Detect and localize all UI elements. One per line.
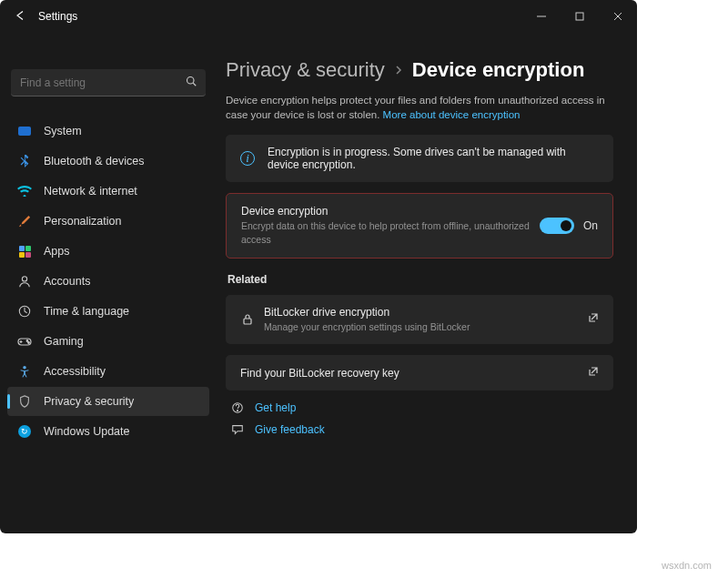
toggle-knob — [561, 220, 571, 231]
clock-globe-icon — [16, 303, 33, 319]
sidebar-item-bluetooth[interactable]: Bluetooth & devices — [7, 147, 209, 176]
learn-more-link[interactable]: More about device encryption — [383, 109, 521, 120]
sidebar-item-label: Network & internet — [44, 185, 137, 198]
breadcrumb-parent[interactable]: Privacy & security — [226, 58, 385, 82]
svg-point-14 — [237, 411, 238, 411]
main-panel: Privacy & security Device encryption Dev… — [217, 33, 637, 533]
card-subtitle: Encrypt data on this device to help prot… — [241, 219, 540, 246]
windows-update-icon: ↻ — [16, 423, 33, 440]
gamepad-icon — [16, 333, 33, 350]
open-external-icon — [588, 366, 599, 380]
maximize-button[interactable] — [561, 0, 599, 33]
svg-point-6 — [22, 277, 26, 281]
search-input[interactable] — [20, 76, 186, 89]
sidebar-item-privacy[interactable]: Privacy & security — [7, 387, 209, 416]
page-description: Device encryption helps protect your fil… — [226, 93, 613, 122]
sidebar-item-apps[interactable]: Apps — [7, 237, 209, 266]
svg-point-9 — [26, 340, 28, 342]
card-title: BitLocker drive encryption — [264, 306, 588, 319]
wifi-icon — [16, 183, 33, 199]
card-subtitle: Manage your encryption settings using Bi… — [264, 320, 588, 334]
accessibility-icon — [16, 363, 33, 380]
sidebar-item-label: Apps — [44, 245, 70, 258]
help-icon — [229, 401, 246, 414]
person-icon — [16, 273, 33, 289]
monitor-icon — [16, 123, 33, 139]
apps-icon — [16, 243, 33, 259]
breadcrumb-current: Device encryption — [412, 58, 585, 82]
sidebar-item-time[interactable]: Time & language — [7, 297, 209, 326]
sidebar-item-label: System — [44, 125, 82, 137]
sidebar: System Bluetooth & devices Network & int… — [0, 33, 217, 533]
encryption-toggle[interactable] — [540, 218, 574, 234]
toggle-state-label: On — [583, 219, 598, 232]
minimize-button[interactable] — [522, 0, 561, 33]
paintbrush-icon — [16, 213, 33, 229]
window-title: Settings — [38, 10, 77, 23]
svg-point-4 — [187, 77, 195, 85]
breadcrumb: Privacy & security Device encryption — [226, 58, 613, 82]
info-text: Encryption is in progress. Some drives c… — [268, 146, 599, 171]
encryption-progress-banner: i Encryption is in progress. Some drives… — [226, 135, 613, 182]
give-feedback-link[interactable]: Give feedback — [229, 423, 613, 436]
sidebar-item-accessibility[interactable]: Accessibility — [7, 357, 209, 386]
nav-list: System Bluetooth & devices Network & int… — [7, 117, 209, 446]
svg-point-10 — [28, 342, 30, 344]
related-heading: Related — [228, 273, 613, 286]
shield-icon — [16, 393, 33, 410]
close-button[interactable] — [599, 0, 637, 33]
watermark: wsxdn.com — [662, 560, 712, 571]
feedback-icon — [229, 423, 246, 436]
get-help-link[interactable]: Get help — [229, 401, 613, 414]
sidebar-item-label: Bluetooth & devices — [44, 155, 145, 167]
window-controls — [522, 0, 637, 33]
sidebar-item-label: Accounts — [44, 275, 90, 288]
sidebar-item-label: Accessibility — [44, 365, 106, 378]
sidebar-item-label: Time & language — [44, 305, 129, 318]
svg-rect-12 — [244, 319, 251, 324]
sidebar-item-label: Windows Update — [44, 425, 130, 438]
bitlocker-card[interactable]: BitLocker drive encryption Manage your e… — [226, 295, 613, 345]
sidebar-item-network[interactable]: Network & internet — [7, 177, 209, 206]
svg-rect-1 — [576, 13, 583, 20]
back-button[interactable] — [9, 10, 31, 24]
sidebar-item-label: Privacy & security — [44, 395, 134, 408]
recovery-key-card[interactable]: Find your BitLocker recovery key — [226, 355, 613, 390]
sidebar-item-system[interactable]: System — [7, 117, 209, 146]
sidebar-item-label: Personalization — [44, 215, 121, 228]
card-title: Find your BitLocker recovery key — [240, 367, 588, 380]
bluetooth-icon — [16, 153, 33, 169]
svg-point-11 — [23, 366, 26, 370]
sidebar-item-label: Gaming — [44, 335, 84, 348]
settings-window: Settings System — [0, 0, 637, 533]
sidebar-item-gaming[interactable]: Gaming — [7, 327, 209, 356]
lock-drive-icon — [240, 312, 264, 327]
chevron-right-icon — [394, 63, 403, 77]
sidebar-item-personalization[interactable]: Personalization — [7, 207, 209, 236]
device-encryption-card: Device encryption Encrypt data on this d… — [226, 193, 613, 258]
search-icon — [186, 76, 197, 89]
open-external-icon — [588, 312, 599, 326]
sidebar-item-accounts[interactable]: Accounts — [7, 267, 209, 296]
info-icon: i — [240, 151, 255, 166]
svg-line-5 — [193, 83, 196, 86]
titlebar: Settings — [0, 0, 637, 33]
sidebar-item-update[interactable]: ↻ Windows Update — [7, 417, 209, 446]
card-title: Device encryption — [241, 205, 540, 218]
search-box[interactable] — [11, 69, 206, 96]
help-links: Get help Give feedback — [226, 401, 613, 436]
